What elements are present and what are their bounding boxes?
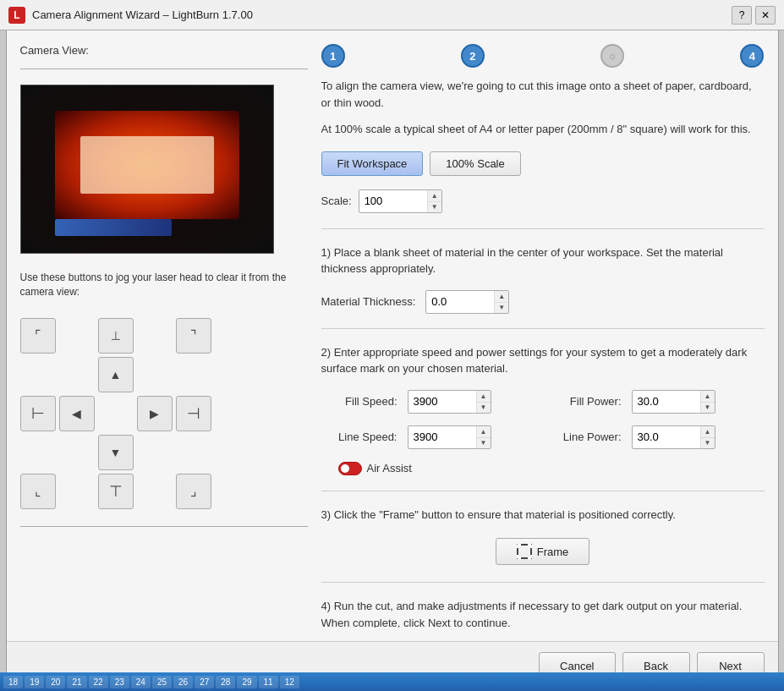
close-button[interactable]: ✕ [755, 6, 776, 25]
line-speed-input[interactable] [408, 428, 476, 446]
step-circle-3: ○ [600, 44, 624, 68]
jog-up-button[interactable] [98, 357, 134, 392]
taskbar-item-5: 22 [89, 676, 108, 688]
taskbar-item-8: 25 [152, 676, 172, 688]
line-speed-label: Line Speed: [321, 431, 397, 443]
camera-white [80, 136, 214, 194]
step-icon-group-3: ○ [600, 44, 624, 68]
jog-empty-2 [137, 318, 173, 354]
taskbar-item-7: 24 [131, 676, 151, 688]
fill-power-increase[interactable]: ▲ [701, 391, 715, 402]
jog-left-edge[interactable] [20, 396, 56, 431]
scale-spinbox: ▲ ▼ [359, 189, 442, 213]
taskbar-item-4: 21 [67, 676, 86, 688]
jog-top-edge[interactable]: ⊤ [98, 318, 134, 354]
app-icon: L [8, 7, 25, 24]
jog-right-edge[interactable] [176, 396, 211, 431]
jog-center [98, 396, 134, 431]
taskbar-item-6: 23 [110, 676, 129, 688]
fill-speed-increase[interactable]: ▲ [477, 391, 491, 402]
taskbar-item-14: 12 [280, 676, 299, 688]
frame-button[interactable]: Frame [496, 538, 590, 565]
step-icon-group-1: 1 [321, 44, 345, 68]
window-controls: ? ✕ [732, 6, 776, 25]
jog-divider [20, 526, 308, 527]
step-icons: 1 2 ○ 4 [321, 44, 765, 68]
material-thickness-decrease[interactable]: ▼ [495, 302, 508, 313]
fill-power-label: Fill Power: [546, 395, 622, 408]
taskbar-item-2: 19 [25, 676, 44, 688]
line-power-decrease[interactable]: ▼ [701, 437, 715, 448]
jog-bottom-left-corner[interactable] [20, 474, 56, 509]
fill-speed-spinbox: ▲ ▼ [408, 390, 491, 414]
jog-left-button[interactable] [59, 396, 95, 431]
intro-text-1: To align the camera view, we're going to… [321, 78, 765, 111]
jog-bottom-right-corner[interactable] [176, 474, 211, 509]
frame-icon [517, 544, 532, 559]
taskbar-item-10: 27 [195, 676, 214, 688]
scale-100-button[interactable]: 100% Scale [430, 151, 520, 176]
taskbar-item-3: 20 [46, 676, 65, 688]
jog-grid: ⊤ [20, 318, 308, 511]
jog-bottom-edge[interactable] [98, 474, 134, 509]
camera-blue [55, 219, 172, 236]
air-assist-toggle[interactable] [338, 462, 362, 475]
jog-empty-6 [176, 357, 211, 392]
material-thickness-input[interactable] [426, 293, 494, 310]
line-power-arrows: ▲ ▼ [700, 426, 715, 448]
line-power-input[interactable] [633, 428, 700, 446]
divider-2 [321, 328, 765, 329]
camera-preview [20, 85, 274, 254]
taskbar-item-1: 18 [3, 676, 23, 688]
camera-view-divider [20, 69, 308, 69]
fill-speed-decrease[interactable]: ▼ [477, 402, 491, 413]
line-power-label: Line Power: [546, 431, 622, 443]
jog-empty-1 [59, 318, 95, 354]
frame-button-container: Frame [321, 533, 765, 570]
left-panel: Camera View: Use these buttons to jog yo… [20, 44, 308, 628]
taskbar-item-11: 28 [216, 676, 235, 688]
taskbar-item-9: 26 [173, 676, 193, 688]
jog-empty-3 [20, 357, 56, 392]
material-thickness-label: Material Thickness: [321, 295, 416, 308]
fill-speed-input[interactable] [408, 392, 476, 410]
step-icon-group-4: 4 [740, 44, 764, 68]
line-speed-decrease[interactable]: ▼ [477, 437, 491, 448]
taskbar-item-13: 11 [259, 676, 278, 688]
line-power-increase[interactable]: ▲ [701, 426, 715, 437]
line-speed-arrows: ▲ ▼ [476, 426, 491, 448]
step-circle-2: 2 [461, 44, 485, 68]
jog-empty-10 [176, 435, 211, 470]
scale-spinbox-arrows: ▲ ▼ [427, 190, 441, 212]
material-thickness-row: Material Thickness: ▲ ▼ [321, 290, 765, 314]
material-thickness-increase[interactable]: ▲ [495, 291, 508, 302]
jog-empty-8 [59, 435, 95, 470]
right-panel: 1 2 ○ 4 To align the camera view, we're … [321, 44, 765, 628]
line-speed-increase[interactable]: ▲ [477, 426, 491, 437]
jog-empty-4 [59, 357, 95, 392]
taskbar: 18 19 20 21 22 23 24 25 26 27 28 29 11 1… [0, 672, 784, 691]
jog-top-right-corner[interactable] [176, 318, 211, 354]
camera-view-label: Camera View: [20, 44, 308, 57]
window-title: Camera Alignment Wizard – LightBurn 1.7.… [32, 8, 732, 21]
fit-workspace-button[interactable]: Fit Workspace [321, 151, 424, 176]
jog-empty-9 [137, 435, 173, 470]
scale-label: Scale: [321, 195, 352, 207]
scale-input[interactable] [359, 192, 427, 210]
jog-down-button[interactable] [98, 435, 134, 470]
fill-speed-arrows: ▲ ▼ [476, 391, 491, 413]
step-circle-4: 4 [740, 44, 764, 68]
frame-button-label: Frame [537, 546, 569, 558]
title-bar: L Camera Alignment Wizard – LightBurn 1.… [0, 0, 784, 30]
fill-power-input[interactable] [633, 392, 700, 410]
scale-increase-button[interactable]: ▲ [428, 190, 441, 201]
fill-power-decrease[interactable]: ▼ [701, 402, 715, 413]
step1-text: 1) Place a blank sheet of material in th… [321, 244, 765, 277]
help-button[interactable]: ? [732, 6, 752, 25]
jog-top-left-corner[interactable] [20, 318, 56, 354]
scale-decrease-button[interactable]: ▼ [428, 201, 441, 212]
dialog: Camera View: Use these buttons to jog yo… [6, 30, 779, 691]
step-icon-group-2: 2 [461, 44, 485, 68]
jog-right-button[interactable] [137, 396, 173, 431]
jog-empty-12 [137, 474, 173, 509]
